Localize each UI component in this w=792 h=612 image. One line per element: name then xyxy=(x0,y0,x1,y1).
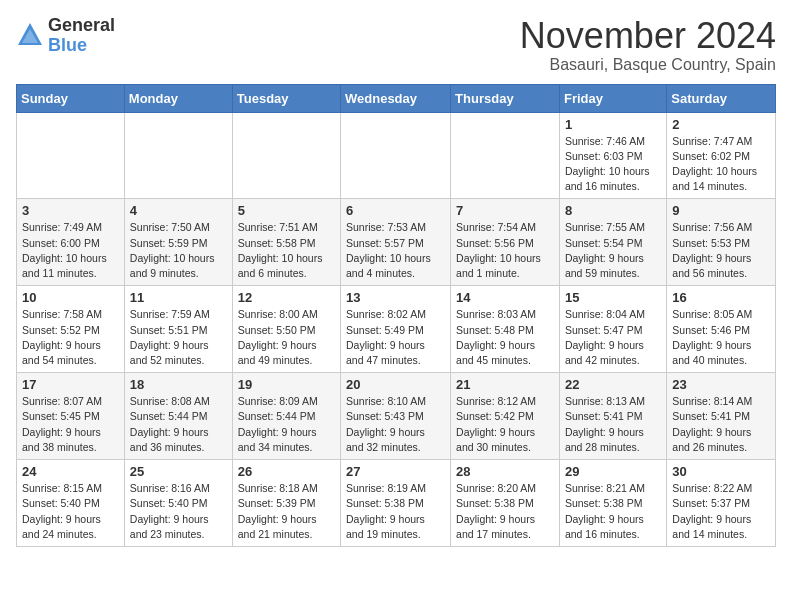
calendar-cell: 18Sunrise: 8:08 AM Sunset: 5:44 PM Dayli… xyxy=(124,373,232,460)
logo-icon xyxy=(16,21,44,49)
weekday-header: Monday xyxy=(124,84,232,112)
day-number: 1 xyxy=(565,117,661,132)
day-info: Sunrise: 8:10 AM Sunset: 5:43 PM Dayligh… xyxy=(346,394,445,455)
day-info: Sunrise: 8:07 AM Sunset: 5:45 PM Dayligh… xyxy=(22,394,119,455)
calendar-cell: 10Sunrise: 7:58 AM Sunset: 5:52 PM Dayli… xyxy=(17,286,125,373)
calendar-cell xyxy=(451,112,560,199)
day-info: Sunrise: 7:47 AM Sunset: 6:02 PM Dayligh… xyxy=(672,134,770,195)
day-number: 28 xyxy=(456,464,554,479)
day-number: 30 xyxy=(672,464,770,479)
day-info: Sunrise: 7:53 AM Sunset: 5:57 PM Dayligh… xyxy=(346,220,445,281)
day-number: 15 xyxy=(565,290,661,305)
day-number: 4 xyxy=(130,203,227,218)
calendar-cell: 9Sunrise: 7:56 AM Sunset: 5:53 PM Daylig… xyxy=(667,199,776,286)
calendar-cell xyxy=(341,112,451,199)
calendar-week-row: 1Sunrise: 7:46 AM Sunset: 6:03 PM Daylig… xyxy=(17,112,776,199)
calendar-cell: 1Sunrise: 7:46 AM Sunset: 6:03 PM Daylig… xyxy=(559,112,666,199)
calendar-week-row: 3Sunrise: 7:49 AM Sunset: 6:00 PM Daylig… xyxy=(17,199,776,286)
logo: General Blue xyxy=(16,16,115,54)
calendar-cell: 12Sunrise: 8:00 AM Sunset: 5:50 PM Dayli… xyxy=(232,286,340,373)
day-info: Sunrise: 8:20 AM Sunset: 5:38 PM Dayligh… xyxy=(456,481,554,542)
calendar-cell: 2Sunrise: 7:47 AM Sunset: 6:02 PM Daylig… xyxy=(667,112,776,199)
day-number: 2 xyxy=(672,117,770,132)
day-number: 17 xyxy=(22,377,119,392)
month-title: November 2024 xyxy=(520,16,776,56)
day-number: 23 xyxy=(672,377,770,392)
day-number: 10 xyxy=(22,290,119,305)
day-info: Sunrise: 7:49 AM Sunset: 6:00 PM Dayligh… xyxy=(22,220,119,281)
day-number: 7 xyxy=(456,203,554,218)
calendar-cell xyxy=(17,112,125,199)
calendar-cell: 4Sunrise: 7:50 AM Sunset: 5:59 PM Daylig… xyxy=(124,199,232,286)
weekday-header: Saturday xyxy=(667,84,776,112)
page-header: General Blue November 2024 Basauri, Basq… xyxy=(16,16,776,74)
day-info: Sunrise: 8:19 AM Sunset: 5:38 PM Dayligh… xyxy=(346,481,445,542)
calendar-cell: 25Sunrise: 8:16 AM Sunset: 5:40 PM Dayli… xyxy=(124,460,232,547)
calendar-cell: 23Sunrise: 8:14 AM Sunset: 5:41 PM Dayli… xyxy=(667,373,776,460)
day-number: 24 xyxy=(22,464,119,479)
calendar-week-row: 24Sunrise: 8:15 AM Sunset: 5:40 PM Dayli… xyxy=(17,460,776,547)
calendar-cell: 15Sunrise: 8:04 AM Sunset: 5:47 PM Dayli… xyxy=(559,286,666,373)
day-info: Sunrise: 8:18 AM Sunset: 5:39 PM Dayligh… xyxy=(238,481,335,542)
weekday-header: Thursday xyxy=(451,84,560,112)
day-number: 22 xyxy=(565,377,661,392)
day-info: Sunrise: 8:14 AM Sunset: 5:41 PM Dayligh… xyxy=(672,394,770,455)
calendar-cell: 21Sunrise: 8:12 AM Sunset: 5:42 PM Dayli… xyxy=(451,373,560,460)
day-number: 25 xyxy=(130,464,227,479)
weekday-header: Friday xyxy=(559,84,666,112)
calendar-table: SundayMondayTuesdayWednesdayThursdayFrid… xyxy=(16,84,776,547)
day-info: Sunrise: 8:09 AM Sunset: 5:44 PM Dayligh… xyxy=(238,394,335,455)
calendar-cell: 14Sunrise: 8:03 AM Sunset: 5:48 PM Dayli… xyxy=(451,286,560,373)
calendar-cell: 22Sunrise: 8:13 AM Sunset: 5:41 PM Dayli… xyxy=(559,373,666,460)
day-info: Sunrise: 8:00 AM Sunset: 5:50 PM Dayligh… xyxy=(238,307,335,368)
title-area: November 2024 Basauri, Basque Country, S… xyxy=(520,16,776,74)
day-info: Sunrise: 8:04 AM Sunset: 5:47 PM Dayligh… xyxy=(565,307,661,368)
calendar-cell xyxy=(232,112,340,199)
day-info: Sunrise: 8:15 AM Sunset: 5:40 PM Dayligh… xyxy=(22,481,119,542)
calendar-cell: 7Sunrise: 7:54 AM Sunset: 5:56 PM Daylig… xyxy=(451,199,560,286)
day-info: Sunrise: 8:21 AM Sunset: 5:38 PM Dayligh… xyxy=(565,481,661,542)
weekday-header: Sunday xyxy=(17,84,125,112)
day-info: Sunrise: 8:02 AM Sunset: 5:49 PM Dayligh… xyxy=(346,307,445,368)
day-info: Sunrise: 8:16 AM Sunset: 5:40 PM Dayligh… xyxy=(130,481,227,542)
calendar-week-row: 10Sunrise: 7:58 AM Sunset: 5:52 PM Dayli… xyxy=(17,286,776,373)
day-number: 18 xyxy=(130,377,227,392)
calendar-cell: 20Sunrise: 8:10 AM Sunset: 5:43 PM Dayli… xyxy=(341,373,451,460)
day-number: 12 xyxy=(238,290,335,305)
weekday-header: Tuesday xyxy=(232,84,340,112)
day-info: Sunrise: 7:56 AM Sunset: 5:53 PM Dayligh… xyxy=(672,220,770,281)
day-number: 26 xyxy=(238,464,335,479)
day-number: 5 xyxy=(238,203,335,218)
calendar-cell: 19Sunrise: 8:09 AM Sunset: 5:44 PM Dayli… xyxy=(232,373,340,460)
calendar-cell: 6Sunrise: 7:53 AM Sunset: 5:57 PM Daylig… xyxy=(341,199,451,286)
calendar-cell: 26Sunrise: 8:18 AM Sunset: 5:39 PM Dayli… xyxy=(232,460,340,547)
day-info: Sunrise: 7:46 AM Sunset: 6:03 PM Dayligh… xyxy=(565,134,661,195)
day-number: 16 xyxy=(672,290,770,305)
calendar-week-row: 17Sunrise: 8:07 AM Sunset: 5:45 PM Dayli… xyxy=(17,373,776,460)
day-number: 8 xyxy=(565,203,661,218)
day-number: 13 xyxy=(346,290,445,305)
day-number: 11 xyxy=(130,290,227,305)
day-number: 9 xyxy=(672,203,770,218)
day-info: Sunrise: 8:22 AM Sunset: 5:37 PM Dayligh… xyxy=(672,481,770,542)
calendar-cell: 16Sunrise: 8:05 AM Sunset: 5:46 PM Dayli… xyxy=(667,286,776,373)
day-number: 27 xyxy=(346,464,445,479)
day-number: 3 xyxy=(22,203,119,218)
day-number: 14 xyxy=(456,290,554,305)
day-info: Sunrise: 8:08 AM Sunset: 5:44 PM Dayligh… xyxy=(130,394,227,455)
day-info: Sunrise: 7:54 AM Sunset: 5:56 PM Dayligh… xyxy=(456,220,554,281)
calendar-cell: 5Sunrise: 7:51 AM Sunset: 5:58 PM Daylig… xyxy=(232,199,340,286)
day-number: 20 xyxy=(346,377,445,392)
day-info: Sunrise: 8:03 AM Sunset: 5:48 PM Dayligh… xyxy=(456,307,554,368)
day-number: 6 xyxy=(346,203,445,218)
day-info: Sunrise: 7:58 AM Sunset: 5:52 PM Dayligh… xyxy=(22,307,119,368)
day-info: Sunrise: 7:55 AM Sunset: 5:54 PM Dayligh… xyxy=(565,220,661,281)
day-number: 21 xyxy=(456,377,554,392)
calendar-cell: 11Sunrise: 7:59 AM Sunset: 5:51 PM Dayli… xyxy=(124,286,232,373)
day-info: Sunrise: 8:12 AM Sunset: 5:42 PM Dayligh… xyxy=(456,394,554,455)
logo-blue: Blue xyxy=(48,36,115,54)
calendar-cell: 28Sunrise: 8:20 AM Sunset: 5:38 PM Dayli… xyxy=(451,460,560,547)
day-number: 19 xyxy=(238,377,335,392)
location-title: Basauri, Basque Country, Spain xyxy=(520,56,776,74)
weekday-header-row: SundayMondayTuesdayWednesdayThursdayFrid… xyxy=(17,84,776,112)
